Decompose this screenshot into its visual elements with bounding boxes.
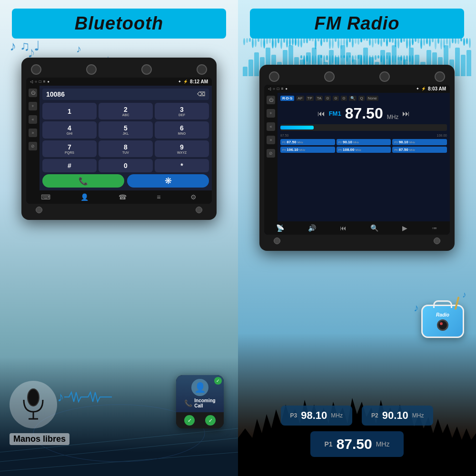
next-icon[interactable]: » <box>29 129 37 137</box>
fm-play-nav[interactable]: ▶ <box>402 224 407 232</box>
fm-vol-nav[interactable]: 🔊 <box>308 224 316 232</box>
dialpad-nav-icon[interactable]: ⌨ <box>41 193 50 201</box>
dialpad-grid: 12ABC3DEF4GHI5JKL6MNO7PQRS8TUV9WXYZ#0* <box>42 103 209 172</box>
fm-mute-icon[interactable]: ⊘ <box>267 149 275 158</box>
fm-screw-left <box>274 238 280 244</box>
freq-slider[interactable] <box>280 124 447 131</box>
backspace-button[interactable]: ⌫ <box>197 91 205 98</box>
fm-power-icon[interactable]: ⏻ <box>267 96 275 104</box>
recents-nav-icon[interactable]: ☎ <box>119 193 127 201</box>
next-freq-button[interactable]: ⏭ <box>402 109 410 118</box>
fm-knob-left <box>269 71 279 82</box>
dialpad-key-8[interactable]: 8TUV <box>99 140 153 157</box>
preset-btn-p1[interactable]: P1 87.50 MHz <box>280 139 335 145</box>
caller-avatar: 👤 <box>191 379 208 396</box>
p3-freq: 98.10 <box>301 409 327 422</box>
bt-screen: ◁ ○ □ ≡ ● ✦ ⚡ 8:12 AM <box>26 78 212 204</box>
dialpad-key-5[interactable]: 5JKL <box>99 121 153 138</box>
p2-label: P2 <box>371 412 378 419</box>
dialpad-key-7[interactable]: 7PQRS <box>42 140 97 157</box>
fm-knob-cr <box>379 71 390 82</box>
answer-button[interactable]: ✓ <box>184 415 195 426</box>
vol-icon[interactable]: + <box>29 102 37 110</box>
wave-bar <box>455 48 460 76</box>
preset-grid: P1 87.50 MHzP2 90.10 MHzP3 98.10 MHzP4 1… <box>280 139 447 153</box>
status-icons-left: ◁ ○ □ ≡ ● <box>30 79 50 84</box>
p2-unit: MHz <box>412 412 424 419</box>
bt-icon: ✦ <box>178 79 181 84</box>
af-btn[interactable]: AF <box>296 96 304 101</box>
freq-card-p1: P1 87.50 MHz <box>310 431 404 457</box>
preset-btn-p3[interactable]: P3 98.10 MHz <box>392 139 447 145</box>
preset-btn-p2[interactable]: P2 90.10 MHz <box>337 139 391 145</box>
dialpad-area: 10086 ⌫ 12ABC3DEF4GHI5JKL6MNO7PQRS8TUV9W… <box>40 86 212 190</box>
fm-eq-nav[interactable]: ⩴ <box>431 224 438 232</box>
dialpad-key-9[interactable]: 9WXYZ <box>155 140 209 157</box>
fm-next-icon[interactable]: » <box>267 136 275 144</box>
tp-btn[interactable]: TP <box>306 96 314 101</box>
stereo-btn[interactable]: ⊙ <box>325 96 331 101</box>
eq-btn[interactable]: ⊙ <box>341 96 347 101</box>
fm-vol-icon[interactable]: + <box>267 109 275 118</box>
dialpad-key-1[interactable]: 1 <box>42 103 97 119</box>
bluetooth-device: ◁ ○ □ ≡ ● ✦ ⚡ 8:12 AM <box>21 58 217 220</box>
ta-btn[interactable]: TA <box>316 96 323 101</box>
settings-nav-icon[interactable]: ⚙ <box>190 193 197 201</box>
fm-menu-icon: ≡ <box>281 87 284 91</box>
waveform-decoration: ♪ <box>57 389 112 405</box>
fm-wifi-nav[interactable]: 📡 <box>276 224 284 232</box>
prev-freq-button[interactable]: ⏮ <box>317 109 325 118</box>
incoming-call-text-line1: Incoming <box>194 398 215 403</box>
fm-wifi-icon: ⚡ <box>421 87 426 91</box>
search-btn[interactable]: 🔍 <box>349 96 357 101</box>
fm-radio-panel: FM Radio ◁ ○ □ ≡ ● <box>238 0 476 476</box>
power-icon[interactable]: ⏻ <box>29 89 37 97</box>
fm-skip-back[interactable]: ⏮ <box>340 224 347 232</box>
none-btn[interactable]: None <box>367 96 378 101</box>
phone-ring-icon: 📞 <box>184 399 192 407</box>
dialpad-key-#[interactable]: # <box>42 159 97 172</box>
fm-screen-body: ⏻ + « » ⊘ R·D·S AF TP TA <box>264 93 450 221</box>
fm-zoom-nav[interactable]: 🔍 <box>370 224 378 232</box>
preset-btn-p4[interactable]: P4 106.10 MHz <box>280 147 335 153</box>
bluetooth-call-button[interactable]: ❋ <box>127 174 209 188</box>
preset-btn-p6[interactable]: P6 87.50 MHz <box>392 147 447 153</box>
dialpad-key-6[interactable]: 6MNO <box>155 121 209 138</box>
dialpad-key-2[interactable]: 2ABC <box>99 103 153 119</box>
home-icon: ○ <box>35 79 37 84</box>
incoming-call-text-line2: Call <box>194 403 215 408</box>
back-icon: ◁ <box>30 79 33 84</box>
q-btn[interactable]: Q <box>358 96 364 101</box>
signal-icon: ● <box>47 79 50 84</box>
p1-label: P1 <box>325 440 333 448</box>
answer-button-2[interactable]: ✓ <box>205 415 216 426</box>
list-nav-icon[interactable]: ≡ <box>157 193 160 201</box>
freq-range-min: 87.50 <box>280 134 289 137</box>
freq-row-top: P3 98.10 MHz P2 90.10 MHz <box>281 406 434 426</box>
info-btn[interactable]: ⊙ <box>333 96 339 101</box>
fm-side-icons: ⏻ + « » ⊘ <box>264 93 278 221</box>
radio-illustration: Radio <box>421 305 464 338</box>
fm-screen: ◁ ○ □ ≡ ● ✦ ⚡ 8:03 AM <box>264 85 450 235</box>
knob-left <box>31 64 41 75</box>
menu-icon: ≡ <box>43 79 46 84</box>
dialpad-key-*[interactable]: * <box>155 159 209 172</box>
wave-bar <box>248 60 253 76</box>
dialpad-key-4[interactable]: 4GHI <box>42 121 97 138</box>
contacts-nav-icon[interactable]: 👤 <box>80 193 89 201</box>
wifi-icon: ⚡ <box>183 79 188 84</box>
preset-btn-p5[interactable]: P5 108.00 MHz <box>337 147 391 153</box>
frequency-row: ⏮ FM1 87.50 MHz ⏭ <box>280 105 447 122</box>
call-green-button[interactable]: 📞 <box>42 174 124 188</box>
dialpad-key-0[interactable]: 0 <box>99 159 153 172</box>
fm-screw-right <box>434 238 440 244</box>
rds-badge: R·D·S <box>280 96 294 101</box>
dialpad-key-3[interactable]: 3DEF <box>155 103 209 119</box>
mute-icon[interactable]: ⊘ <box>29 142 37 150</box>
radio-knob[interactable] <box>437 319 448 331</box>
knob-center-right <box>141 64 152 75</box>
fm-status-right: ✦ ⚡ 8:03 AM <box>416 86 446 91</box>
fm-time: 8:03 AM <box>428 86 446 91</box>
prev-icon[interactable]: « <box>29 115 37 124</box>
fm-prev-icon[interactable]: « <box>267 122 275 131</box>
